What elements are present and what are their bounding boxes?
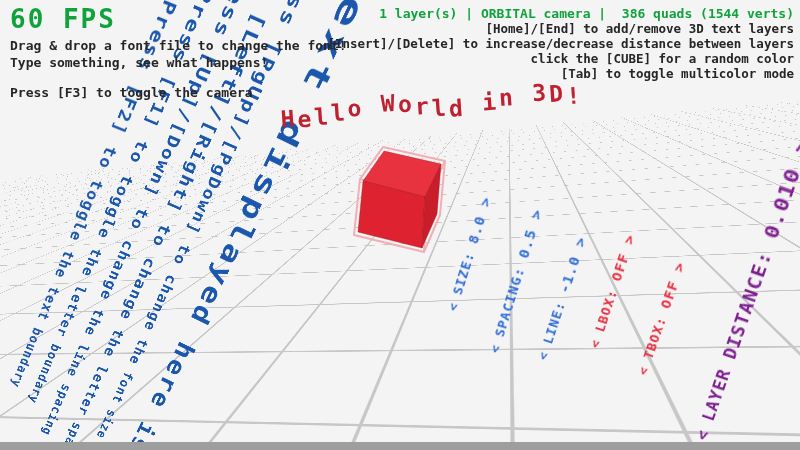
hint-multicolor-mode: [Tab] to toggle multicolor mode (327, 66, 794, 81)
hud-top-left: 60 FPS Drag & drop a font file to change… (10, 6, 347, 101)
hint-layer-distance-keys: [Insert]/[Delete] to increase/decrease d… (327, 36, 794, 51)
hint-click-cube: click the [CUBE] for a random color (327, 51, 794, 66)
font-3d-demo-window: Press [F2] to toggle the text boundary P… (0, 0, 800, 450)
render-status-line: 1 layer(s) | ORBITAL camera | 386 quads … (327, 6, 794, 21)
hint-type-something: Type something, see what happens! (10, 54, 347, 71)
fps-counter: 60 FPS (10, 6, 347, 32)
hint-drag-drop-font: Drag & drop a font file to change the fo… (10, 37, 347, 54)
hint-toggle-camera: Press [F3] to toggle the camera (10, 84, 347, 101)
bottom-edge-strip (0, 442, 800, 450)
hud-top-right: 1 layer(s) | ORBITAL camera | 386 quads … (327, 6, 794, 81)
hint-add-remove-layers: [Home]/[End] to add/remove 3D text layer… (327, 21, 794, 36)
